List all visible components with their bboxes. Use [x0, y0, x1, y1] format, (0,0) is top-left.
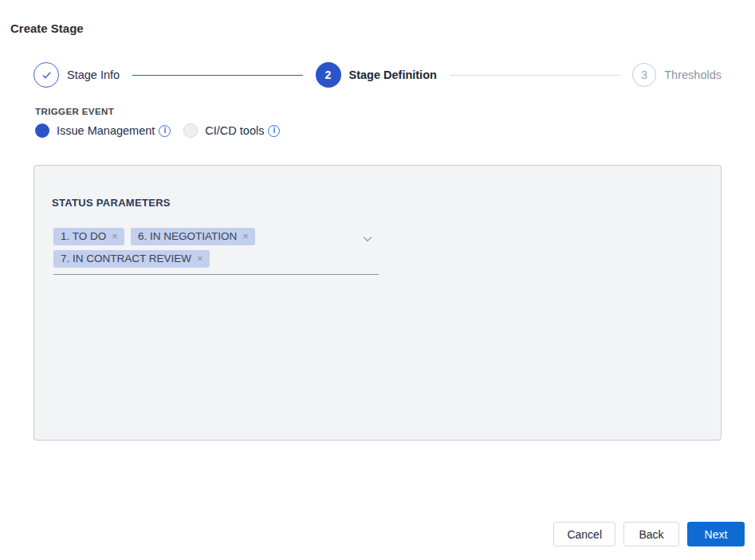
radio-label: CI/CD tools — [205, 124, 264, 137]
stepper-connector-done — [132, 75, 302, 76]
radio-label: Issue Management — [57, 124, 155, 137]
step-label: Stage Info — [67, 69, 120, 81]
info-icon[interactable]: i — [159, 125, 171, 137]
tag-label: 6. IN NEGOTIATION — [138, 230, 237, 242]
footer-actions: Cancel Back Next — [553, 522, 745, 546]
tag-in-contract-review: 7. IN CONTRACT REVIEW × — [53, 250, 210, 268]
step-complete-circle — [33, 62, 59, 88]
remove-tag-icon[interactable]: × — [197, 253, 203, 264]
radio-unselected-icon[interactable] — [183, 123, 198, 138]
trigger-event-label: TRIGGER EVENT — [35, 107, 280, 116]
remove-tag-icon[interactable]: × — [112, 231, 118, 241]
check-icon — [41, 69, 53, 81]
page-title: Create Stage — [10, 22, 84, 35]
info-icon[interactable]: i — [268, 125, 280, 137]
status-parameters-panel: STATUS PARAMETERS 1. TO DO × 6. IN NEGOT… — [33, 165, 722, 441]
step-label: Thresholds — [664, 69, 722, 81]
step-thresholds[interactable]: 3 Thresholds — [632, 63, 722, 87]
back-button[interactable]: Back — [623, 522, 679, 546]
next-button[interactable]: Next — [687, 522, 745, 546]
tag-label: 1. TO DO — [61, 230, 106, 242]
status-multiselect[interactable]: 1. TO DO × 6. IN NEGOTIATION × 7. IN CON… — [53, 228, 379, 275]
stepper-connector-todo — [450, 75, 619, 76]
status-parameters-heading: STATUS PARAMETERS — [52, 197, 721, 209]
radio-selected-icon[interactable] — [35, 123, 49, 138]
create-stage-dialog: Create Stage Stage Info 2 Stage Definiti… — [0, 0, 755, 560]
tag-in-negotiation: 6. IN NEGOTIATION × — [131, 228, 255, 245]
step-stage-info[interactable]: Stage Info — [33, 62, 120, 88]
chevron-down-icon[interactable] — [361, 233, 374, 245]
step-label: Stage Definition — [349, 69, 437, 81]
trigger-event-section: TRIGGER EVENT Issue Management i CI/CD t… — [35, 107, 280, 138]
step-stage-definition[interactable]: 2 Stage Definition — [316, 62, 437, 88]
stepper: Stage Info 2 Stage Definition 3 Threshol… — [33, 62, 722, 88]
radio-issue-management[interactable]: Issue Management i — [35, 123, 171, 138]
trigger-event-options: Issue Management i CI/CD tools i — [35, 123, 280, 138]
step-number-circle: 2 — [316, 62, 341, 88]
tag-to-do: 1. TO DO × — [53, 228, 124, 245]
radio-cicd-tools[interactable]: CI/CD tools i — [183, 123, 280, 138]
cancel-button[interactable]: Cancel — [553, 522, 615, 546]
step-number-circle: 3 — [632, 63, 656, 87]
selected-status-tags: 1. TO DO × 6. IN NEGOTIATION × 7. IN CON… — [53, 228, 379, 268]
remove-tag-icon[interactable]: × — [242, 231, 249, 241]
tag-label: 7. IN CONTRACT REVIEW — [61, 253, 191, 264]
